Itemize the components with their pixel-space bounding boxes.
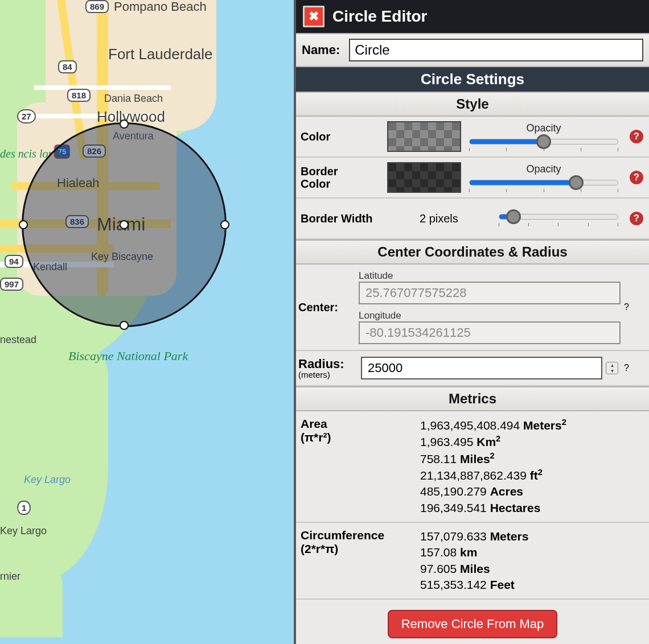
border-opacity-caption: Opacity — [467, 163, 621, 175]
border-opacity-slider[interactable] — [469, 180, 618, 185]
area-values: 1,963,495,408.494 Meters21,963.495 Km275… — [420, 417, 644, 516]
shield-84: 84 — [58, 60, 77, 73]
fill-opacity-slider[interactable] — [469, 139, 618, 145]
label-keylargo-water: Key Largo — [24, 474, 71, 485]
coords-header: Center Coordinates & Radius — [296, 240, 649, 265]
help-icon[interactable]: ? — [630, 212, 643, 225]
land-shape — [0, 341, 108, 580]
help-icon[interactable]: ? — [624, 302, 643, 312]
label-keylargo: Key Largo — [0, 526, 47, 536]
border-width-label: Border Width — [298, 212, 384, 225]
latitude-input[interactable] — [359, 282, 621, 304]
center-label: Center: — [298, 301, 355, 314]
border-color-row: Border Color Opacity ? — [296, 158, 649, 199]
map-circle-overlay[interactable] — [22, 122, 227, 327]
center-row: Center: Latitude Longitude ? — [296, 265, 649, 351]
fill-color-swatch[interactable] — [387, 121, 461, 152]
help-icon[interactable]: ? — [630, 130, 643, 143]
slider-thumb[interactable] — [569, 175, 584, 190]
help-icon[interactable]: ? — [630, 171, 643, 184]
longitude-input[interactable] — [359, 321, 621, 344]
shield-1: 1 — [17, 501, 31, 515]
radius-row: Radius: (meters) ▴ ▾ ? — [296, 351, 649, 386]
land-shape — [0, 558, 63, 637]
border-color-label: Border Color — [298, 165, 384, 190]
label-rnier: rnier — [0, 571, 20, 582]
shield-94: 94 — [5, 255, 23, 268]
fill-opacity-caption: Opacity — [467, 122, 621, 134]
circle-handle-center[interactable] — [120, 220, 129, 229]
fill-color-label: Color — [298, 130, 384, 143]
border-color-swatch[interactable] — [387, 162, 461, 193]
area-label: Area (π*r²) — [301, 417, 420, 444]
remove-circle-button[interactable]: Remove Circle From Map — [388, 610, 558, 638]
close-icon: ✖ — [309, 9, 319, 24]
longitude-label: Longitude — [359, 310, 401, 321]
settings-header: Circle Settings — [296, 67, 649, 92]
circumference-row: Circumference (2*r*π) 157,079.633 Meters… — [296, 523, 649, 600]
circle-handle-s[interactable] — [120, 321, 129, 330]
style-header: Style — [296, 92, 649, 117]
shield-27: 27 — [17, 109, 36, 123]
border-width-slider[interactable] — [499, 214, 618, 220]
map-view[interactable]: 869 84 818 27 75 826 836 94 997 1 Pompan… — [0, 0, 296, 644]
area-row: Area (π*r²) 1,963,495,408.494 Meters21,9… — [296, 411, 649, 523]
name-label: Name: — [302, 43, 340, 57]
metrics-header: Metrics — [296, 386, 649, 411]
shield-869: 869 — [85, 0, 109, 13]
radius-label: Radius: (meters) — [298, 357, 355, 379]
label-biscayne-park: Biscayne National Park — [68, 349, 188, 362]
shield-818: 818 — [67, 89, 91, 102]
name-row: Name: — [296, 33, 649, 67]
chevron-down-icon[interactable]: ▾ — [606, 368, 618, 374]
radius-input[interactable] — [361, 357, 602, 379]
help-icon[interactable]: ? — [624, 363, 643, 373]
slider-thumb[interactable] — [506, 209, 521, 224]
label-pompano: Pompano Beach — [114, 0, 207, 13]
circ-label: Circumference (2*r*π) — [301, 529, 420, 556]
editor-title: Circle Editor — [332, 7, 427, 26]
editor-title-bar: ✖ Circle Editor — [296, 0, 649, 33]
circ-values: 157,079.633 Meters157.08 km97.605 Miles5… — [420, 529, 644, 593]
radius-stepper[interactable]: ▴ ▾ — [606, 362, 618, 374]
fill-color-row: Color Opacity ? — [296, 117, 649, 158]
circle-handle-w[interactable] — [19, 220, 28, 229]
slider-thumb[interactable] — [536, 134, 551, 149]
circle-handle-n[interactable] — [120, 119, 129, 129]
label-homestead: nestead — [0, 335, 36, 345]
border-width-value: 2 pixels — [387, 212, 491, 225]
label-dania: Dania Beach — [104, 93, 163, 104]
circle-handle-e[interactable] — [220, 220, 229, 229]
close-button[interactable]: ✖ — [303, 6, 324, 27]
border-width-row: Border Width 2 pixels ? — [296, 199, 649, 240]
latitude-label: Latitude — [359, 270, 393, 281]
shield-997: 997 — [0, 278, 23, 291]
circle-editor-panel: ✖ Circle Editor Name: Circle Settings St… — [296, 0, 649, 644]
label-lauderdale: Fort Lauderdale — [108, 47, 213, 62]
name-input[interactable] — [349, 39, 643, 61]
